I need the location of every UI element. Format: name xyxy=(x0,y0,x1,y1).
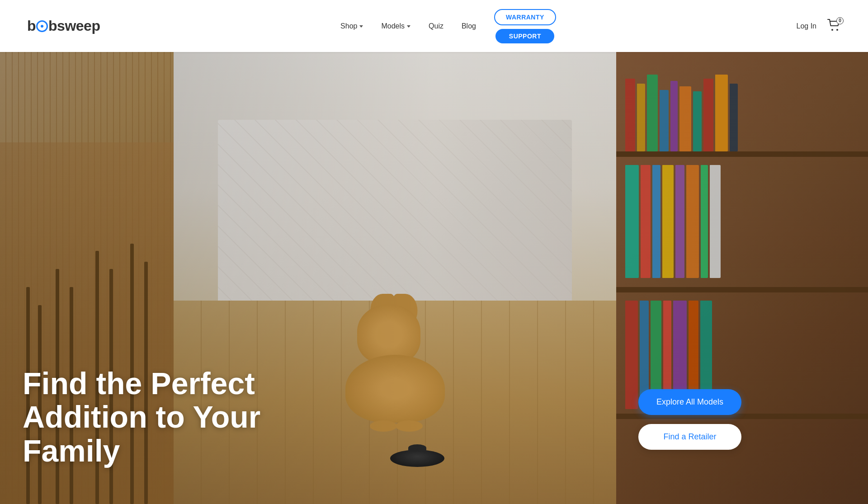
hero-content: Find the Perfect Addition to Your Family xyxy=(23,367,362,468)
header: b bsweep Shop Models Quiz Blog WARRANTY … xyxy=(0,0,868,52)
logo-o xyxy=(36,20,48,33)
nav-blog[interactable]: Blog xyxy=(462,22,476,30)
cart-button[interactable]: 0 xyxy=(827,19,841,33)
svg-point-0 xyxy=(831,29,833,31)
logo[interactable]: b bsweep xyxy=(27,18,100,34)
cart-count: 0 xyxy=(836,17,844,24)
hero-cta-group: Explore All Models Find a Retailer xyxy=(638,389,741,450)
warranty-button[interactable]: WARRANTY xyxy=(494,9,556,25)
login-button[interactable]: Log In xyxy=(797,22,816,30)
nav-buttons: WARRANTY SUPPORT xyxy=(494,9,556,43)
svg-point-1 xyxy=(836,29,838,31)
chevron-down-icon xyxy=(407,25,410,28)
support-button[interactable]: SUPPORT xyxy=(495,29,554,43)
hero-headline-line1: Find the Perfect xyxy=(23,366,255,400)
logo-circle xyxy=(36,20,48,32)
logo-b: b xyxy=(27,18,36,34)
hero-headline-line2: Addition to Your Family xyxy=(23,400,260,468)
nav-models[interactable]: Models xyxy=(381,22,410,30)
nav-shop[interactable]: Shop xyxy=(340,22,363,30)
hero-section: Find the Perfect Addition to Your Family… xyxy=(0,52,868,504)
find-retailer-button[interactable]: Find a Retailer xyxy=(638,424,741,450)
header-right: Log In 0 xyxy=(797,19,841,33)
logo-dot xyxy=(41,25,43,28)
hero-headline: Find the Perfect Addition to Your Family xyxy=(23,367,362,468)
chevron-down-icon xyxy=(359,25,363,28)
main-nav: Shop Models Quiz Blog WARRANTY SUPPORT xyxy=(340,9,556,43)
explore-models-button[interactable]: Explore All Models xyxy=(638,389,741,415)
logo-text: b bsweep xyxy=(27,18,100,34)
logo-rest: bsweep xyxy=(48,18,100,34)
nav-quiz[interactable]: Quiz xyxy=(429,22,443,30)
